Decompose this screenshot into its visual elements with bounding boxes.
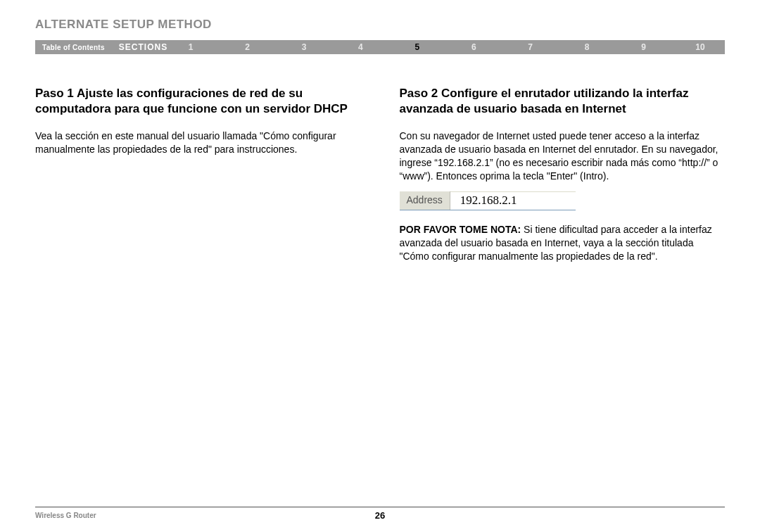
right-column: Paso 2 Configure el enrutador utilizando…: [400, 86, 726, 262]
section-link-8[interactable]: 8: [576, 42, 597, 52]
toc-link[interactable]: Table of Contents: [35, 44, 112, 51]
step1-heading: Paso 1 Ajuste las configuraciones de red…: [35, 86, 361, 117]
section-link-7[interactable]: 7: [520, 42, 541, 52]
section-link-2[interactable]: 2: [237, 42, 258, 52]
browser-address-bar: Address 192.168.2.1: [400, 191, 576, 210]
section-numbers: 1 2 3 4 5 6 7 8 9 10: [180, 42, 725, 52]
section-link-3[interactable]: 3: [293, 42, 315, 52]
address-label: Address: [400, 191, 450, 210]
step1-body: Vea la sección en este manual del usuari…: [35, 129, 361, 156]
section-link-4[interactable]: 4: [350, 42, 371, 52]
page-number: 26: [375, 510, 385, 521]
step2-heading: Paso 2 Configure el enrutador utilizando…: [400, 86, 726, 117]
note-text: POR FAVOR TOME NOTA: Si tiene dificultad…: [400, 223, 726, 263]
address-input[interactable]: 192.168.2.1: [450, 191, 576, 210]
footer-product: Wireless G Router: [35, 512, 96, 519]
page-footer: Wireless G Router 26: [35, 507, 725, 519]
step2-body: Con su navegador de Internet usted puede…: [400, 129, 726, 183]
page-title: ALTERNATE SETUP METHOD: [35, 18, 725, 32]
section-link-10[interactable]: 10: [690, 42, 711, 52]
sections-label: SECTIONS: [112, 42, 180, 52]
left-column: Paso 1 Ajuste las configuraciones de red…: [35, 86, 361, 262]
section-link-6[interactable]: 6: [463, 42, 484, 52]
section-link-5[interactable]: 5: [407, 42, 428, 52]
section-link-9[interactable]: 9: [633, 42, 654, 52]
section-nav: Table of Contents SECTIONS 1 2 3 4 5 6 7…: [35, 40, 725, 54]
section-link-1[interactable]: 1: [180, 42, 201, 52]
note-label: POR FAVOR TOME NOTA:: [400, 224, 521, 235]
